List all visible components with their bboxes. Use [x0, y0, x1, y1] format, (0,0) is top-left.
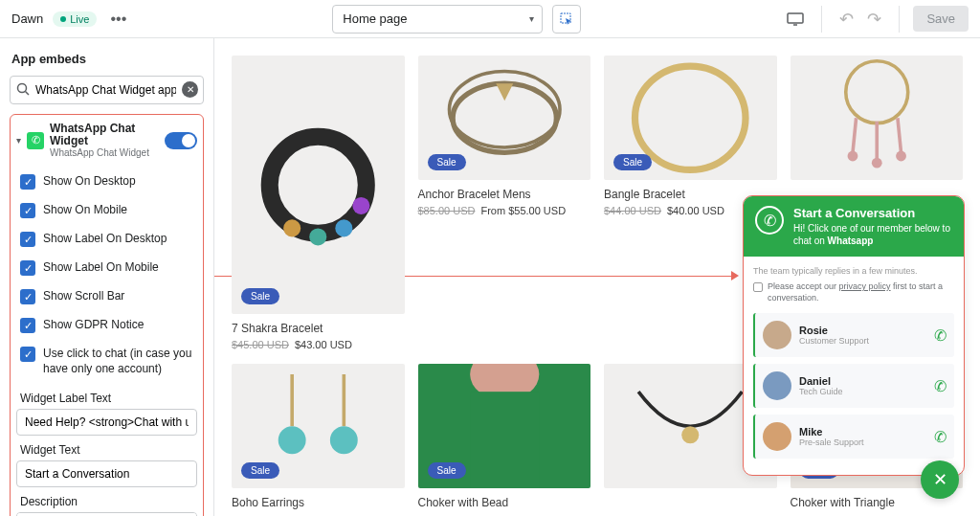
- widget-header[interactable]: ▾ ✆ WhatsApp Chat Widget WhatsApp Chat W…: [16, 123, 197, 168]
- checkbox-label: Show Scroll Bar: [43, 289, 124, 304]
- gdpr-checkbox[interactable]: [753, 282, 763, 292]
- product-card[interactable]: SaleAnchor Bracelet Mens$85.00 USDFrom $…: [418, 56, 591, 350]
- sidebar-title: App embeds: [10, 48, 204, 76]
- checkbox-icon[interactable]: ✓: [20, 232, 35, 247]
- chat-gdpr-notice: Please accept our privacy policy first t…: [753, 281, 954, 303]
- theme-name: Dawn: [11, 11, 43, 26]
- checkbox-icon[interactable]: ✓: [20, 318, 35, 333]
- product-title: Anchor Bracelet Mens: [418, 180, 591, 205]
- topbar: Dawn Live ••• Home page ↶ ↷ Save: [0, 0, 980, 38]
- product-card[interactable]: SaleChoker with Bead: [418, 364, 591, 513]
- privacy-link[interactable]: privacy policy: [839, 281, 891, 291]
- checkbox-label: Show GDPR Notice: [43, 318, 144, 333]
- product-price: $45.00 USD$43.00 USD: [232, 339, 405, 350]
- chevron-down-icon: ▾: [16, 135, 21, 146]
- widget-subtitle: WhatsApp Chat Widget: [50, 147, 159, 158]
- checkbox-label: Show Label On Mobile: [43, 260, 159, 276]
- preview-canvas: Sale7 Shakra Bracelet$45.00 USD$43.00 US…: [214, 38, 980, 516]
- avatar: [763, 321, 791, 349]
- widget-text-input[interactable]: [16, 460, 197, 487]
- sale-badge: Sale: [241, 288, 279, 304]
- whatsapp-icon: ✆: [934, 377, 947, 395]
- text-field-label: Widget Text: [16, 436, 197, 460]
- product-image: Sale: [232, 56, 405, 314]
- member-name: Mike: [799, 426, 926, 437]
- chat-description: Hi! Click one of our member below to cha…: [793, 222, 952, 247]
- search-input[interactable]: [10, 76, 204, 104]
- live-badge: Live: [53, 11, 97, 27]
- sale-badge: Sale: [241, 462, 279, 479]
- product-image: Sale: [418, 56, 591, 180]
- checkbox-icon[interactable]: ✓: [20, 289, 35, 304]
- svg-point-7: [309, 228, 326, 245]
- checkbox-icon[interactable]: ✓: [20, 174, 35, 190]
- chat-header: ✆ Start a Conversation Hi! Click one of …: [744, 196, 964, 257]
- widget-config-block: ▾ ✆ WhatsApp Chat Widget WhatsApp Chat W…: [10, 114, 204, 516]
- sale-badge: Sale: [428, 154, 466, 170]
- search-icon: [16, 82, 30, 96]
- avatar: [763, 422, 791, 451]
- redo-button[interactable]: ↷: [863, 5, 885, 34]
- more-menu-button[interactable]: •••: [106, 7, 130, 32]
- checkbox-label: Show On Mobile: [43, 203, 127, 218]
- svg-point-20: [330, 426, 358, 454]
- checkbox-label: Show Label On Desktop: [43, 232, 167, 247]
- checkbox-row[interactable]: ✓Show On Mobile: [16, 196, 197, 225]
- product-image: Sale: [418, 364, 591, 488]
- svg-point-12: [635, 66, 746, 169]
- member-role: Tech Guide: [799, 387, 926, 396]
- svg-point-3: [18, 84, 27, 93]
- checkbox-row[interactable]: ✓Use click to chat (in case you have onl…: [16, 340, 197, 383]
- whatsapp-icon: ✆: [934, 428, 947, 446]
- checkbox-row[interactable]: ✓Show GDPR Notice: [16, 311, 197, 340]
- svg-point-8: [335, 219, 352, 236]
- product-image: [791, 56, 964, 180]
- checkbox-label: Use click to chat (in case you have only…: [43, 347, 193, 376]
- svg-line-4: [26, 92, 30, 96]
- inspector-button[interactable]: [552, 5, 581, 34]
- svg-point-16: [896, 150, 906, 161]
- member-role: Pre-sale Support: [799, 437, 926, 447]
- svg-point-24: [681, 426, 699, 443]
- chat-title: Start a Conversation: [793, 206, 952, 220]
- checkbox-row[interactable]: ✓Show Label On Desktop: [16, 225, 197, 254]
- live-text: Live: [70, 13, 89, 25]
- widget-label-input[interactable]: [16, 409, 197, 436]
- product-card[interactable]: SaleBoho Earrings: [232, 364, 405, 513]
- whatsapp-icon: ✆: [934, 326, 947, 345]
- chat-close-fab[interactable]: ✕: [921, 460, 959, 499]
- checkbox-label: Show On Desktop: [43, 174, 136, 190]
- chat-reply-note: The team typically replies in a few minu…: [753, 266, 954, 276]
- checkbox-row[interactable]: ✓Show Scroll Bar: [16, 282, 197, 311]
- avatar: [763, 371, 791, 400]
- svg-point-15: [871, 158, 881, 168]
- chat-member[interactable]: RosieCustomer Support✆: [753, 313, 954, 357]
- whatsapp-app-icon: ✆: [27, 132, 44, 149]
- chat-popup: ✆ Start a Conversation Hi! Click one of …: [743, 195, 965, 476]
- checkbox-icon[interactable]: ✓: [20, 347, 35, 362]
- desc-field-label: Description: [16, 487, 197, 512]
- checkbox-row[interactable]: ✓Show Label On Mobile: [16, 254, 197, 282]
- sidebar: App embeds ✕ ▾ ✆ WhatsApp Chat Widget Wh…: [0, 38, 214, 516]
- undo-button[interactable]: ↶: [835, 5, 858, 34]
- product-card[interactable]: Sale7 Shakra Bracelet$45.00 USD$43.00 US…: [232, 56, 405, 350]
- svg-point-9: [352, 197, 369, 214]
- widget-toggle[interactable]: [165, 132, 197, 149]
- checkbox-icon[interactable]: ✓: [20, 203, 35, 218]
- save-button[interactable]: Save: [913, 6, 969, 32]
- svg-point-14: [847, 150, 858, 161]
- page-selector-label: Home page: [343, 11, 407, 26]
- product-price: $85.00 USDFrom $55.00 USD: [418, 205, 591, 216]
- checkbox-icon[interactable]: ✓: [20, 260, 35, 276]
- desktop-preview-button[interactable]: [783, 9, 808, 30]
- widget-name: WhatsApp Chat Widget: [50, 123, 159, 147]
- product-title: Boho Earrings: [232, 488, 405, 513]
- page-selector[interactable]: Home page: [332, 5, 543, 34]
- svg-rect-23: [470, 392, 539, 488]
- clear-search-icon[interactable]: ✕: [182, 81, 198, 98]
- widget-desc-input[interactable]: [16, 512, 197, 516]
- chat-member[interactable]: DanielTech Guide✆: [753, 364, 954, 408]
- chat-member[interactable]: MikePre-sale Support✆: [753, 415, 954, 459]
- member-name: Rosie: [799, 325, 926, 336]
- checkbox-row[interactable]: ✓Show On Desktop: [16, 168, 197, 196]
